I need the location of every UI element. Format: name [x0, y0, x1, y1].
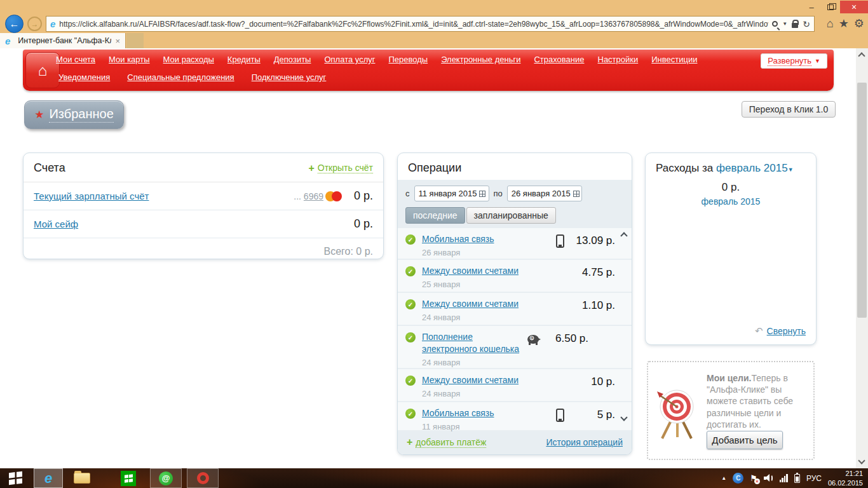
flag-error-badge: × — [754, 478, 760, 484]
desktop-screen: – × ← → e https://click.alfabank.ru/ALFA… — [0, 0, 868, 488]
gear-icon[interactable]: ⚙ — [854, 17, 864, 30]
taskbar-explorer-button[interactable] — [67, 468, 97, 488]
ie-icon: e — [50, 18, 55, 29]
open-account-link[interactable]: + Открыть счёт — [308, 163, 373, 174]
operation-row[interactable]: ✓ Мобильная связь 26 января 13.09 р. — [398, 228, 632, 260]
ie-tab-icon: e — [5, 36, 10, 46]
chevron-down-icon[interactable]: ▼ — [782, 21, 787, 27]
site-home-button[interactable]: ⌂ — [25, 52, 60, 88]
nav-item-accounts[interactable]: Мои счета — [56, 55, 95, 64]
url-text[interactable]: https://click.alfabank.ru/ALFAIBSR/faces… — [59, 20, 768, 29]
refresh-icon[interactable]: ↻ — [803, 20, 810, 29]
browser-tab[interactable]: e Интернет-банк "Альфа-Кл... × — [0, 33, 126, 48]
taskbar-ie-button[interactable]: e — [34, 468, 63, 488]
tray-date: 06.02.2015 — [828, 478, 863, 487]
favorites-star-icon[interactable]: ★ — [839, 17, 849, 30]
operation-row[interactable]: ✓ Между своими счетами 25 января 4.75 р. — [398, 260, 632, 293]
nav-item-expenses[interactable]: Мои расходы — [163, 55, 214, 64]
action-center-flag-icon[interactable]: ⚑ × — [750, 473, 757, 483]
volume-icon[interactable] — [764, 474, 773, 482]
tab-scheduled[interactable]: запланированные — [466, 207, 556, 224]
tab-latest[interactable]: последние — [405, 207, 465, 224]
add-goal-button[interactable]: Добавить цель — [707, 431, 783, 449]
expenses-subtitle-link[interactable]: февраль 2015 — [646, 196, 816, 207]
nav-item-cards[interactable]: Мои карты — [109, 55, 150, 64]
start-button[interactable] — [0, 468, 31, 488]
nav-item-investments[interactable]: Инвестиции — [651, 55, 697, 64]
goals-lead: Мои цели. — [707, 373, 752, 383]
total-value: 0 р. — [356, 246, 373, 257]
tray-expand-icon[interactable]: ▲ — [721, 475, 726, 481]
scroll-down-icon[interactable] — [858, 457, 865, 464]
nav-item-notifications[interactable]: Уведомления — [58, 72, 110, 82]
clock[interactable]: 21:21 06.02.2015 — [828, 469, 863, 487]
add-payment-link[interactable]: + добавить платёж — [407, 437, 486, 448]
operation-link[interactable]: Между своими счетами — [422, 299, 519, 309]
phone-icon — [556, 409, 564, 422]
scroll-up-icon[interactable] — [858, 52, 865, 59]
operation-link[interactable]: Между своими счетами — [422, 266, 519, 276]
forward-button[interactable]: → — [27, 17, 42, 31]
operation-row[interactable]: ✓ Мобильная связь 11 января 5 р. — [398, 402, 632, 430]
nav-item-special-offers[interactable]: Специальные предложения — [127, 72, 234, 82]
search-icon[interactable] — [772, 21, 778, 27]
windows-logo-icon — [9, 471, 22, 485]
network-signal-icon[interactable] — [780, 474, 788, 482]
taskbar-store-button[interactable] — [114, 468, 142, 488]
operation-row[interactable]: ✓ Пополнение электронного кошелька 24 ян… — [398, 326, 632, 369]
collapse-link[interactable]: Свернуть — [767, 326, 806, 336]
nav-item-credits[interactable]: Кредиты — [227, 55, 261, 64]
scrollbar-thumb[interactable] — [857, 83, 867, 318]
folder-icon — [74, 473, 90, 484]
operation-link[interactable]: Между своими счетами — [422, 375, 519, 385]
favorites-button[interactable]: ★ Избранное — [24, 100, 124, 129]
back-button[interactable]: ← — [5, 15, 24, 33]
expand-menu-button[interactable]: Развернуть ▼ — [761, 53, 827, 69]
operation-link[interactable]: Мобильная связь — [422, 408, 494, 418]
calendar-icon[interactable] — [479, 191, 485, 197]
expenses-period-select[interactable]: февраль 2015▼ — [716, 162, 794, 174]
comodo-tray-icon[interactable]: C — [733, 473, 743, 484]
switch-click10-button[interactable]: Переход в Клик 1.0 — [742, 101, 836, 118]
operation-link[interactable]: Пополнение электронного кошелька — [422, 332, 519, 354]
success-check-icon: ✓ — [405, 376, 416, 386]
nav-item-settings[interactable]: Настройки — [598, 55, 639, 64]
account-link-salary[interactable]: Текущий зарплатный счёт — [34, 191, 149, 201]
calendar-icon[interactable] — [573, 191, 580, 197]
restore-button[interactable] — [821, 1, 840, 13]
minimize-button[interactable]: – — [802, 1, 821, 13]
page-scrollbar[interactable] — [856, 48, 868, 468]
taskbar-opera-button[interactable] — [187, 468, 219, 488]
date-from-input[interactable]: 11 января 2015 — [414, 186, 489, 201]
close-button[interactable]: × — [840, 1, 868, 13]
site-nav-band: ⌂ Мои счета Мои карты Мои расходы Кредит… — [23, 50, 834, 91]
taskbar-mailru-button[interactable]: @ — [150, 468, 182, 488]
date-from-label: с — [405, 189, 410, 198]
nav-item-transfers[interactable]: Переводы — [388, 55, 428, 64]
nav-item-deposits[interactable]: Депозиты — [274, 55, 311, 64]
battery-icon[interactable] — [794, 474, 800, 483]
nav-item-connect-services[interactable]: Подключение услуг — [252, 72, 327, 82]
new-tab-button[interactable] — [126, 33, 144, 48]
account-amount: 0 р. — [348, 217, 373, 231]
operation-amount: 4.75 р. — [569, 266, 615, 279]
operations-body: с 11 января 2015 по 26 января 2015 после… — [398, 180, 632, 454]
operation-row[interactable]: ✓ Между своими счетами 24 января 1.10 р. — [398, 293, 632, 326]
nav-item-insurance[interactable]: Страхование — [534, 55, 584, 64]
history-link[interactable]: История операций — [546, 437, 623, 447]
operation-row[interactable]: ✓ Между своими счетами 24 января 10 р. — [398, 369, 632, 402]
tab-close-icon[interactable]: × — [115, 36, 120, 46]
success-check-icon: ✓ — [405, 234, 416, 245]
operation-link[interactable]: Мобильная связь — [422, 234, 494, 244]
language-indicator[interactable]: РУС — [806, 474, 822, 483]
address-bar[interactable]: e https://click.alfabank.ru/ALFAIBSR/fac… — [46, 16, 815, 32]
operation-date: 11 января — [422, 422, 550, 431]
mailru-agent-icon: @ — [159, 471, 173, 485]
nav-item-payments[interactable]: Оплата услуг — [324, 55, 375, 64]
nav-item-emoney[interactable]: Электронные деньги — [441, 55, 520, 64]
account-link-safe[interactable]: Мой сейф — [34, 219, 78, 229]
main-menu-row2: Уведомления Специальные предложения Подк… — [58, 72, 326, 82]
date-to-input[interactable]: 26 января 2015 — [507, 186, 582, 201]
home-icon[interactable]: ⌂ — [827, 17, 834, 30]
plus-icon: + — [407, 437, 412, 448]
